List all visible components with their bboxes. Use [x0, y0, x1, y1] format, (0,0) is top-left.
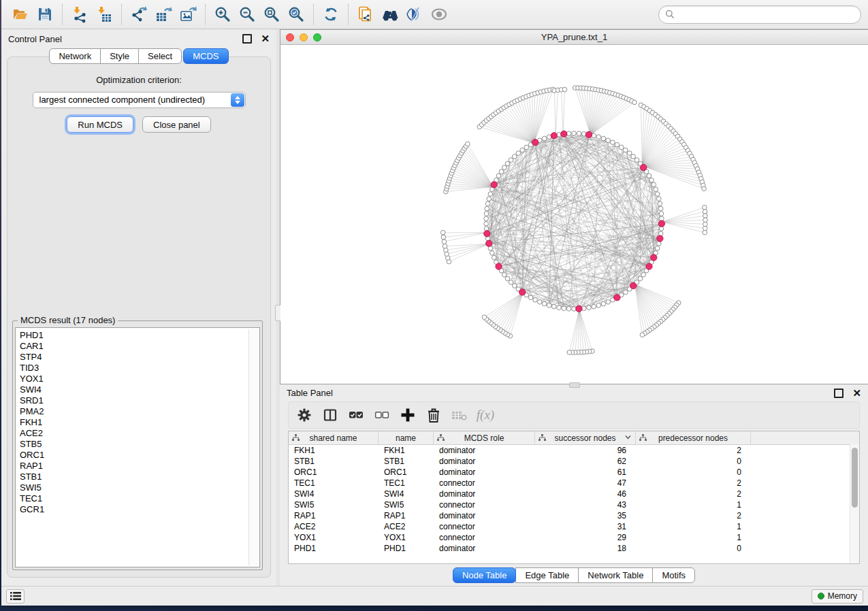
graph-node[interactable] [533, 298, 538, 303]
cell-shared_name[interactable]: SWI5 [289, 499, 379, 510]
graph-node[interactable] [631, 154, 636, 159]
close-table-panel-icon[interactable]: ✕ [852, 390, 861, 397]
clone-network-button[interactable] [353, 3, 378, 26]
graph-hub-node[interactable] [519, 289, 526, 295]
import-network-button[interactable] [67, 3, 92, 26]
graph-leaf-node[interactable] [703, 218, 708, 222]
cell-predecessor_nodes[interactable]: 0 [636, 543, 751, 554]
cell-mcds_role[interactable]: connector [434, 521, 535, 532]
import-table-button[interactable] [92, 3, 116, 26]
mcds-result-item[interactable]: TID3 [20, 363, 247, 374]
cell-predecessor_nodes[interactable]: 1 [636, 521, 751, 532]
graph-node[interactable] [634, 158, 639, 163]
tab-motifs[interactable]: Motifs [652, 567, 695, 583]
mcds-result-item[interactable]: PHD1 [20, 330, 247, 341]
cell-name[interactable]: TEC1 [379, 478, 434, 489]
cell-shared_name[interactable]: SWI4 [289, 489, 379, 499]
zoom-in-button[interactable] [210, 3, 235, 26]
table-row[interactable]: ORC1ORC1dominator610 [289, 467, 859, 478]
cell-shared_name[interactable]: TEC1 [289, 478, 379, 489]
cell-name[interactable]: STB1 [379, 456, 434, 467]
cell-predecessor_nodes[interactable]: 0 [636, 456, 751, 467]
graph-node[interactable] [542, 136, 547, 141]
cell-shared_name[interactable]: FKH1 [289, 445, 379, 456]
graph-leaf-node[interactable] [632, 100, 637, 105]
tab-network[interactable]: Network [49, 48, 101, 64]
mcds-result-item[interactable]: YOX1 [20, 374, 247, 384]
cell-successor_nodes[interactable]: 96 [535, 445, 636, 456]
graph-hub-node[interactable] [646, 263, 652, 269]
cell-successor_nodes[interactable]: 43 [535, 499, 636, 510]
cell-name[interactable]: SWI5 [379, 499, 434, 510]
graph-node[interactable] [659, 212, 664, 216]
graph-node[interactable] [638, 276, 643, 281]
graph-node[interactable] [516, 151, 521, 156]
network-graph[interactable] [280, 45, 868, 384]
graph-leaf-node[interactable] [466, 142, 470, 146]
graph-node[interactable] [509, 158, 513, 163]
cell-predecessor_nodes[interactable]: 2 [636, 489, 751, 499]
cell-name[interactable]: PHD1 [379, 543, 434, 554]
close-panel-icon[interactable]: ✕ [261, 35, 270, 42]
graph-node[interactable] [601, 301, 606, 306]
cell-predecessor_nodes[interactable]: 0 [636, 467, 751, 478]
result-list-scrollbar[interactable] [248, 329, 258, 565]
export-network-button[interactable] [127, 3, 151, 26]
column-header-shared-name[interactable]: shared name [289, 431, 379, 444]
maximize-window-icon[interactable] [313, 33, 321, 42]
graph-node[interactable] [484, 216, 489, 221]
graph-node[interactable] [496, 174, 501, 178]
graph-node[interactable] [606, 138, 611, 143]
graph-hub-node[interactable] [484, 231, 490, 237]
table-row[interactable]: SWI5SWI5connector431 [289, 499, 859, 510]
graph-hub-node[interactable] [614, 295, 620, 301]
graph-node[interactable] [654, 187, 658, 192]
hide-details-button[interactable] [402, 3, 427, 26]
graph-node[interactable] [547, 303, 551, 308]
graph-leaf-node[interactable] [702, 186, 707, 191]
mcds-result-item[interactable]: PMA2 [20, 406, 247, 417]
graph-hub-node[interactable] [576, 306, 582, 312]
cell-successor_nodes[interactable]: 47 [535, 478, 636, 489]
mcds-result-item[interactable]: SWI5 [20, 482, 247, 493]
graph-node[interactable] [658, 206, 663, 211]
export-table-button[interactable] [151, 3, 176, 26]
graph-hub-node[interactable] [486, 240, 492, 246]
cell-name[interactable]: ORC1 [379, 467, 434, 478]
graph-node[interactable] [619, 145, 624, 150]
graph-node[interactable] [490, 251, 495, 256]
cell-shared_name[interactable]: ACE2 [289, 521, 379, 532]
clear-selection-button[interactable] [372, 405, 392, 425]
cell-mcds_role[interactable]: dominator [434, 456, 535, 467]
graph-node[interactable] [596, 303, 601, 308]
graph-hub-node[interactable] [630, 282, 637, 288]
table-row[interactable]: SWI4SWI4dominator462 [289, 489, 859, 499]
graph-hub-node[interactable] [657, 235, 663, 242]
graph-node[interactable] [624, 148, 628, 152]
column-header-successor-nodes[interactable]: successor nodes [535, 431, 636, 444]
destroy-table-button[interactable] [449, 405, 470, 425]
zoom-selected-button[interactable] [284, 3, 308, 26]
graph-node[interactable] [502, 165, 507, 170]
apply-function-button[interactable]: f(x) [475, 405, 496, 425]
float-panel-icon[interactable] [242, 34, 252, 44]
graph-node[interactable] [557, 306, 562, 310]
graph-node[interactable] [505, 276, 510, 281]
graph-leaf-node[interactable] [703, 205, 707, 210]
cell-successor_nodes[interactable]: 46 [535, 489, 636, 499]
mcds-result-list[interactable]: PHD1CAR1STP4TID3YOX1SWI4SRD1PMA2FKH1ACE2… [15, 327, 260, 567]
graph-node[interactable] [627, 151, 632, 156]
cell-mcds_role[interactable]: dominator [434, 467, 535, 478]
graph-node[interactable] [641, 273, 646, 278]
graph-node[interactable] [652, 182, 656, 187]
table-row[interactable]: FKH1FKH1dominator962 [289, 445, 859, 456]
graph-leaf-node[interactable] [703, 231, 707, 235]
graph-node[interactable] [484, 212, 489, 216]
graph-node[interactable] [647, 174, 652, 178]
cell-successor_nodes[interactable]: 29 [535, 532, 636, 543]
network-canvas[interactable] [280, 45, 868, 384]
graph-hub-node[interactable] [651, 254, 657, 261]
run-mcds-button[interactable]: Run MCDS [67, 116, 133, 133]
cell-successor_nodes[interactable]: 61 [535, 467, 636, 478]
add-column-button[interactable] [398, 405, 418, 425]
